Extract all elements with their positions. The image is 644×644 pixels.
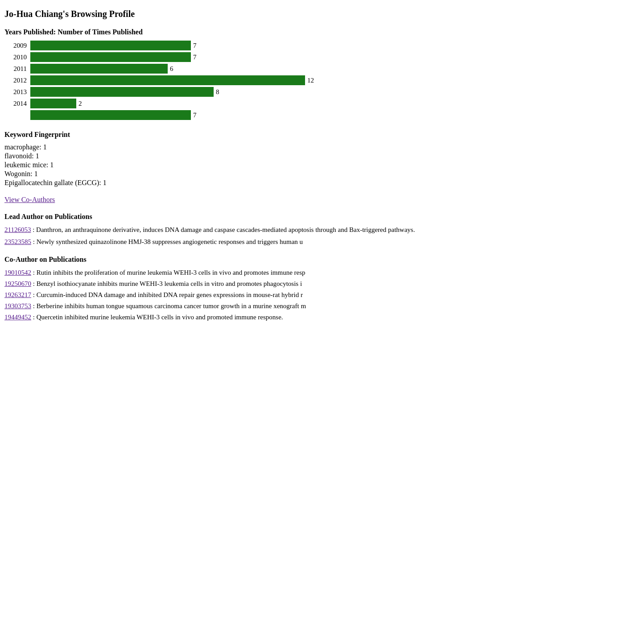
bar-fill	[30, 64, 168, 74]
keyword-section: Keyword Fingerprint macrophage: 1flavono…	[4, 131, 486, 187]
bar-fill	[30, 99, 76, 108]
co-pub-item: 19263217 : Curcumin-induced DNA damage a…	[4, 290, 486, 300]
chart-heading: Years Published: Number of Times Publish…	[4, 28, 486, 36]
bar-count: 6	[170, 65, 173, 73]
lead-author-heading: Lead Author on Publications	[4, 213, 486, 221]
bar-year-label: 2012	[4, 77, 27, 84]
bar-fill	[30, 110, 191, 120]
co-pub-item: 19250670 : Benzyl isothiocyanate inhibit…	[4, 279, 486, 289]
lead-author-section: Lead Author on Publications 21126053 : D…	[4, 213, 486, 247]
pub-id-link[interactable]: 19263217	[4, 291, 31, 298]
chart-section: Years Published: Number of Times Publish…	[4, 28, 486, 120]
bar-count: 7	[193, 111, 197, 119]
coauthors-link-section: View Co-Authors	[4, 196, 486, 204]
view-coauthors-link[interactable]: View Co-Authors	[4, 196, 55, 203]
bar-year-label: 2013	[4, 88, 27, 96]
lead-pub-item: 21126053 : Danthron, an anthraquinone de…	[4, 225, 486, 235]
lead-pub-item: 23523585 : Newly synthesized quinazolino…	[4, 237, 486, 247]
co-author-heading: Co-Author on Publications	[4, 256, 486, 264]
co-pub-item: 19010542 : Rutin inhibits the proliferat…	[4, 268, 486, 277]
bar-count: 7	[193, 42, 197, 50]
bar-year-label: 2014	[4, 100, 27, 107]
bar-row: 20116	[4, 64, 486, 74]
bar-count: 2	[78, 100, 82, 107]
bar-year-label: 2009	[4, 42, 27, 50]
bar-chart: 20097201072011620121220138201427	[4, 41, 486, 120]
bar-fill	[30, 87, 214, 97]
bar-year-label: 2010	[4, 54, 27, 61]
bar-count: 8	[216, 88, 219, 96]
bar-row: 20142	[4, 99, 486, 108]
keyword-heading: Keyword Fingerprint	[4, 131, 486, 139]
co-pub-item: 19303753 : Berberine inhibits human tong…	[4, 301, 486, 311]
bar-row: 7	[4, 110, 486, 120]
bar-row: 201212	[4, 75, 486, 85]
bar-row: 20107	[4, 52, 486, 62]
pub-id-link[interactable]: 19303753	[4, 302, 31, 310]
bar-fill	[30, 75, 305, 85]
bar-count: 12	[307, 77, 314, 84]
bar-fill	[30, 52, 191, 62]
keyword-item: Epigallocatechin gallate (EGCG): 1	[4, 179, 486, 187]
keyword-item: macrophage: 1	[4, 143, 486, 151]
keyword-item: Wogonin: 1	[4, 170, 486, 178]
pub-id-link[interactable]: 21126053	[4, 226, 31, 233]
keyword-item: flavonoid: 1	[4, 152, 486, 160]
bar-year-label: 2011	[4, 65, 27, 73]
page-title: Jo-Hua Chiang's Browsing Profile	[4, 9, 486, 19]
bar-row: 20138	[4, 87, 486, 97]
co-author-section: Co-Author on Publications 19010542 : Rut…	[4, 256, 486, 322]
co-pub-item: 19449452 : Quercetin inhibited murine le…	[4, 313, 486, 322]
pub-id-link[interactable]: 19010542	[4, 269, 31, 276]
bar-count: 7	[193, 54, 197, 61]
pub-id-link[interactable]: 23523585	[4, 238, 31, 245]
pub-id-link[interactable]: 19250670	[4, 280, 31, 287]
pub-id-link[interactable]: 19449452	[4, 314, 31, 321]
bar-row: 20097	[4, 41, 486, 50]
keyword-item: leukemic mice: 1	[4, 161, 486, 169]
bar-fill	[30, 41, 191, 50]
